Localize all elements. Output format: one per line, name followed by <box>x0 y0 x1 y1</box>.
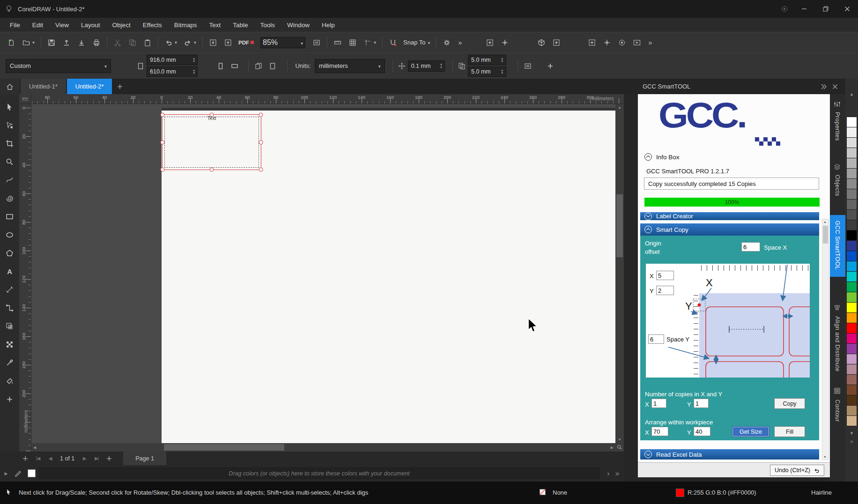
palette-swatch[interactable] <box>847 210 857 220</box>
document-palette-swatch[interactable] <box>28 469 36 477</box>
vertical-ruler[interactable]: millimeters 020406080100120140160180200 <box>19 104 31 452</box>
docker-tab-align-and-distribute[interactable]: Align and Distribute <box>834 316 841 371</box>
menu-object[interactable]: Object <box>106 18 137 32</box>
page-width-input[interactable] <box>149 56 191 64</box>
insert-barcode-button[interactable] <box>584 35 599 50</box>
palette-swatch[interactable] <box>847 395 857 405</box>
copy-button[interactable]: Copy <box>774 398 805 409</box>
scrollbar-thumb[interactable] <box>164 444 284 451</box>
outline-color-swatch[interactable] <box>676 489 684 497</box>
section-read-excel-data[interactable]: Read Excel Data <box>640 449 819 460</box>
save-button[interactable] <box>44 35 59 50</box>
dimension-tool[interactable] <box>0 281 19 299</box>
restore-button[interactable] <box>815 0 836 18</box>
add-page-button-2[interactable] <box>103 452 116 465</box>
polygon-tool[interactable] <box>0 244 19 262</box>
portrait-button[interactable] <box>214 59 228 73</box>
palette-swatch[interactable] <box>847 251 857 261</box>
palette-swatch[interactable] <box>847 179 857 189</box>
palette-flyout-icon[interactable] <box>850 438 853 444</box>
add-property-button[interactable] <box>543 59 557 73</box>
stepper[interactable] <box>501 69 503 75</box>
scroll-up-icon[interactable] <box>618 105 621 110</box>
last-page-button[interactable]: ▶| <box>90 452 103 465</box>
palette-swatch[interactable] <box>847 292 857 302</box>
chevron-down-icon[interactable] <box>32 40 37 45</box>
scroll-down-icon[interactable] <box>618 437 621 442</box>
palette-swatch[interactable] <box>847 385 857 395</box>
chevron-down-icon[interactable] <box>175 40 179 45</box>
palette-swatch[interactable] <box>847 323 857 333</box>
position-anchor-button[interactable] <box>599 35 614 50</box>
palette-swatch[interactable] <box>847 406 857 415</box>
palette-swatch[interactable] <box>847 354 857 364</box>
palette-swatch[interactable] <box>847 230 857 240</box>
selected-text-frame[interactable]: Text <box>162 114 261 170</box>
zoom-tool[interactable] <box>0 153 19 171</box>
palette-swatch[interactable] <box>847 375 857 385</box>
previous-page-button[interactable]: ◀ <box>44 452 56 465</box>
palette-swatch[interactable] <box>847 261 857 271</box>
undo-button[interactable] <box>161 35 176 50</box>
menu-text[interactable]: Text <box>203 18 227 32</box>
horizontal-scrollbar[interactable] <box>31 443 615 452</box>
duplicate-x-field[interactable] <box>468 55 506 65</box>
freehand-tool[interactable] <box>0 171 19 189</box>
palette-swatch[interactable] <box>847 138 857 148</box>
flyout-icon[interactable] <box>0 471 12 476</box>
float-docker-icon[interactable] <box>818 83 829 90</box>
first-page-button[interactable]: |◀ <box>32 452 44 465</box>
full-screen-preview-button[interactable] <box>309 35 324 50</box>
landscape-button[interactable] <box>228 59 242 73</box>
scroll-left-icon[interactable] <box>33 445 36 450</box>
all-pages-button[interactable] <box>251 59 266 73</box>
palette-swatch[interactable] <box>847 148 857 158</box>
docker-tab-properties[interactable]: Properties <box>834 112 841 141</box>
palette-swatch[interactable] <box>847 189 857 199</box>
transparency-tool[interactable] <box>0 335 19 354</box>
menu-layout[interactable]: Layout <box>75 18 106 32</box>
curve-tool[interactable] <box>0 189 19 208</box>
stepper[interactable] <box>192 69 195 75</box>
zoom-corner-button[interactable] <box>615 443 624 452</box>
arrange-y-input[interactable] <box>694 427 710 436</box>
menu-table[interactable]: Table <box>227 18 254 32</box>
share-document-button[interactable] <box>74 35 89 50</box>
edit-palette-icon[interactable] <box>12 470 24 477</box>
chevron-down-icon[interactable] <box>374 40 378 45</box>
add-tool[interactable] <box>0 390 19 408</box>
extrude-setup-button[interactable] <box>534 35 549 50</box>
palette-swatch[interactable] <box>847 282 857 292</box>
document-tab-untitled-1[interactable]: Untitled-1* <box>21 79 66 94</box>
close-button[interactable] <box>836 0 858 18</box>
palette-swatch[interactable] <box>847 344 857 354</box>
palette-swatch[interactable] <box>847 334 857 343</box>
new-dockable-button[interactable] <box>482 35 497 50</box>
drawing-canvas[interactable]: Text <box>31 104 615 443</box>
frame-options-button[interactable] <box>521 59 535 73</box>
pick-tool[interactable] <box>0 98 19 116</box>
dock-anchor-button[interactable] <box>497 35 512 50</box>
space-y-input[interactable] <box>648 334 664 344</box>
crop-tool[interactable] <box>0 134 19 153</box>
menu-effects[interactable]: Effects <box>137 18 168 32</box>
scrollbar-thumb[interactable] <box>616 194 623 257</box>
page-width-field[interactable] <box>147 55 198 65</box>
scroll-right-icon[interactable] <box>611 445 614 450</box>
undo-button[interactable]: Undo (Ctrl+Z) <box>770 465 824 476</box>
selection-handle[interactable] <box>161 168 165 172</box>
menu-help[interactable]: Help <box>316 18 341 32</box>
menu-bitmaps[interactable]: Bitmaps <box>168 18 203 32</box>
zoom-level-select[interactable]: 85% <box>260 37 305 48</box>
selection-handle[interactable] <box>210 168 214 172</box>
export-button[interactable] <box>221 35 236 50</box>
docker-tab-objects[interactable]: Objects <box>834 175 841 196</box>
toolbar-overflow-icon[interactable] <box>644 38 657 46</box>
scroll-down-icon[interactable] <box>823 455 827 459</box>
scroll-up-icon[interactable] <box>823 220 827 223</box>
menu-view[interactable]: View <box>49 18 75 32</box>
page-tab[interactable]: Page 1 <box>123 452 166 465</box>
import-button[interactable] <box>206 35 221 50</box>
selection-handle[interactable] <box>161 113 165 117</box>
copies-x-input[interactable] <box>651 399 666 408</box>
